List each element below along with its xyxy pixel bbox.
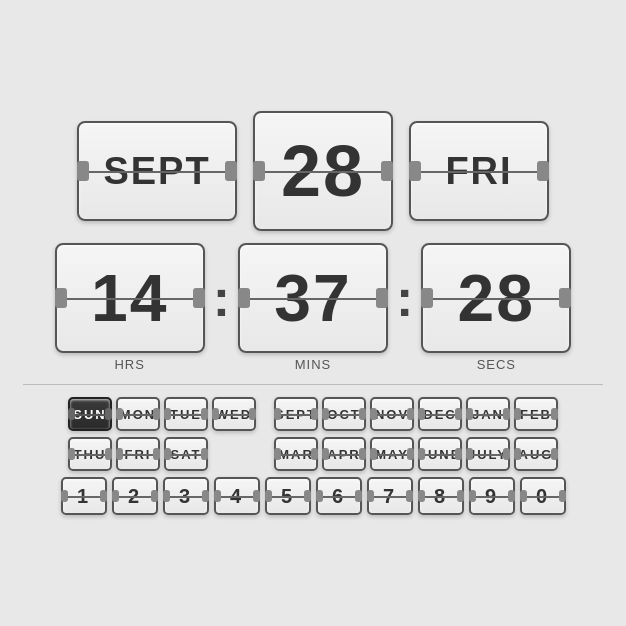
clip-right-icon (508, 490, 515, 502)
clip-left-icon (409, 161, 421, 181)
clip-right-icon (105, 408, 112, 420)
digit-9-tile[interactable]: 9 (469, 477, 515, 515)
day-sun-label: SUN (73, 407, 106, 422)
clip-right-icon (253, 490, 260, 502)
day-thu-label: THU (74, 447, 107, 462)
clip-left-icon (55, 288, 67, 308)
seconds-tile: 28 (421, 243, 571, 353)
digit-5-label: 5 (281, 485, 294, 508)
clip-right-icon (407, 408, 414, 420)
clip-right-icon (202, 490, 209, 502)
clip-left-icon (68, 448, 75, 460)
clip-left-icon (212, 408, 219, 420)
month-dec-tile[interactable]: DEC (418, 397, 462, 431)
day-sat-tile[interactable]: SAT (164, 437, 208, 471)
digit-6-tile[interactable]: 6 (316, 477, 362, 515)
day-fri-label: FRI (125, 447, 152, 462)
clip-left-icon (214, 490, 221, 502)
month-feb-tile[interactable]: FEB (514, 397, 558, 431)
digit-0-tile[interactable]: 0 (520, 477, 566, 515)
day-tue-tile[interactable]: TUE (164, 397, 208, 431)
month-sept-tile[interactable]: SEPT (274, 397, 318, 431)
day-thu-tile[interactable]: THU (68, 437, 112, 471)
clip-left-icon (77, 161, 89, 181)
month-june-tile[interactable]: JUNE (418, 437, 462, 471)
month-jan-label: JAN (472, 407, 504, 422)
clip-left-icon (466, 408, 473, 420)
digit-1-tile[interactable]: 1 (61, 477, 107, 515)
day-number-tile: 28 (253, 111, 393, 231)
clip-left-icon (370, 448, 377, 460)
clip-right-icon (551, 448, 558, 460)
digits-row: 1 2 3 4 5 (23, 477, 603, 515)
clip-right-icon (407, 448, 414, 460)
clip-left-icon (116, 448, 123, 460)
month-nov-tile[interactable]: NOV (370, 397, 414, 431)
day-number-value: 28 (281, 130, 365, 212)
clip-right-icon (381, 161, 393, 181)
clip-left-icon (469, 490, 476, 502)
minutes-group: 37 MINS (238, 243, 388, 372)
digit-1-label: 1 (77, 485, 90, 508)
digit-9-label: 9 (485, 485, 498, 508)
digit-8-tile[interactable]: 8 (418, 477, 464, 515)
clip-right-icon (503, 408, 510, 420)
month-jan-tile[interactable]: JAN (466, 397, 510, 431)
top-row: SEPT 28 FRI (77, 111, 549, 231)
day-name-value: FRI (445, 150, 512, 193)
days-months-row1: SUN MON TUE WED SEPT (23, 397, 603, 431)
clip-left-icon (367, 490, 374, 502)
clip-right-icon (455, 408, 462, 420)
clip-left-icon (61, 490, 68, 502)
digit-3-tile[interactable]: 3 (163, 477, 209, 515)
clip-left-icon (418, 448, 425, 460)
digit-3-label: 3 (179, 485, 192, 508)
main-container: SEPT 28 FRI 14 HRS : 37 (23, 111, 603, 515)
clip-left-icon (164, 408, 171, 420)
digit-7-tile[interactable]: 7 (367, 477, 413, 515)
clip-right-icon (201, 408, 208, 420)
clip-left-icon (421, 288, 433, 308)
day-wed-tile[interactable]: WED (212, 397, 256, 431)
hours-label: HRS (114, 357, 144, 372)
month-aug-tile[interactable]: AUG (514, 437, 558, 471)
month-may-tile[interactable]: MAY (370, 437, 414, 471)
clip-right-icon (311, 408, 318, 420)
minutes-value: 37 (274, 260, 351, 336)
clip-right-icon (359, 448, 366, 460)
day-sun-tile[interactable]: SUN (68, 397, 112, 431)
month-mar-label: MAR (278, 447, 314, 462)
day-wed-label: WED (216, 407, 252, 422)
minutes-tile: 37 (238, 243, 388, 353)
clip-right-icon (304, 490, 311, 502)
day-mon-tile[interactable]: MON (116, 397, 160, 431)
clip-left-icon (322, 448, 329, 460)
clip-right-icon (105, 448, 112, 460)
clip-right-icon (311, 448, 318, 460)
hours-tile: 14 (55, 243, 205, 353)
month-apr-tile[interactable]: APR (322, 437, 366, 471)
clip-left-icon (466, 448, 473, 460)
month-july-tile[interactable]: JULY (466, 437, 510, 471)
clip-right-icon (455, 448, 462, 460)
month-oct-tile[interactable]: OCT (322, 397, 366, 431)
seconds-group: 28 SECS (421, 243, 571, 372)
month-dec-label: DEC (423, 407, 456, 422)
bottom-section: SUN MON TUE WED SEPT (23, 384, 603, 515)
digit-6-label: 6 (332, 485, 345, 508)
minutes-label: MINS (295, 357, 332, 372)
month-tile: SEPT (77, 121, 237, 221)
digit-5-tile[interactable]: 5 (265, 477, 311, 515)
day-fri-tile[interactable]: FRI (116, 437, 160, 471)
clip-right-icon (406, 490, 413, 502)
clip-left-icon (112, 490, 119, 502)
digit-2-label: 2 (128, 485, 141, 508)
seconds-label: SECS (477, 357, 516, 372)
digit-4-tile[interactable]: 4 (214, 477, 260, 515)
month-mar-tile[interactable]: MAR (274, 437, 318, 471)
digit-2-tile[interactable]: 2 (112, 477, 158, 515)
month-may-label: MAY (375, 447, 409, 462)
day-mon-label: MON (120, 407, 156, 422)
clip-left-icon (520, 490, 527, 502)
clip-right-icon (153, 408, 160, 420)
